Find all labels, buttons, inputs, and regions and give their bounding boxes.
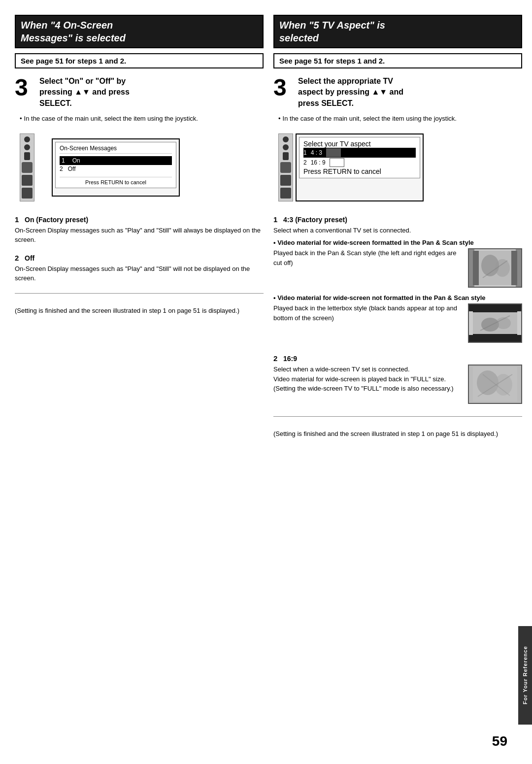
right-screen-inner: Select your TV aspect 1 4 : 3 2 16 : 9 P… xyxy=(299,137,420,178)
svg-rect-7 xyxy=(473,306,517,312)
left-step3-line2: pressing ▲▼ and press xyxy=(39,87,130,98)
svg-point-14 xyxy=(495,374,512,396)
left-page-ref: See page 51 for steps 1 and 2. xyxy=(15,53,264,68)
right-header-banner: When "5 TV Aspect" is selected xyxy=(273,15,522,48)
pan-scan-body: Played back in the Pan & Scan style (the… xyxy=(273,248,458,267)
right-page-ref: See page 51 for steps 1 and 2. xyxy=(273,53,522,68)
left-screen-mockup-area: On-Screen Messages 1 On 2 Off Press RETU… xyxy=(20,133,264,201)
right-step3-line1: Select the appropriate TV xyxy=(298,76,403,87)
right-header-line2: selected xyxy=(279,32,516,44)
left-step3-line1: Select "On" or "Off" by xyxy=(39,76,130,87)
left-menu-item2-label: Off xyxy=(68,166,76,172)
letterbox-bold-text: Video material for wide-screen not forma… xyxy=(277,294,485,301)
device-icon-6 xyxy=(22,188,33,199)
left-column: When "4 On-Screen Messages" is selected … xyxy=(15,15,264,749)
letterbox-body: Played back in the letterbox style (blac… xyxy=(273,303,458,323)
left-screen-mockup: On-Screen Messages 1 On 2 Off Press RETU… xyxy=(52,138,180,197)
right-screen-title: Select your TV aspect xyxy=(303,140,416,148)
right-section2-body2: Video material for wide-screen is played… xyxy=(273,374,458,384)
right-section1-title-text: 4:3 (Factory preset) xyxy=(283,216,347,224)
aspect-box-2 xyxy=(330,158,344,167)
svg-rect-1 xyxy=(473,251,479,285)
letterbox-bullet-dot: • xyxy=(273,294,276,301)
fullscreen-svg xyxy=(473,367,517,401)
letterbox-svg xyxy=(473,306,517,340)
right-section1-num: 1 xyxy=(273,215,277,224)
right-device-icon-3 xyxy=(283,152,289,160)
right-device-icon-2 xyxy=(283,144,289,150)
left-menu-item1: 1 On xyxy=(60,156,172,165)
right-screen-mockup-area: Select your TV aspect 1 4 : 3 2 16 : 9 P… xyxy=(278,133,522,201)
right-device-icon-6 xyxy=(280,188,291,199)
right-menu-item1-num: 1 xyxy=(303,149,307,156)
aspect-box-1 xyxy=(326,148,341,157)
left-menu-item1-label: On xyxy=(70,157,83,165)
right-section1: 1 4:3 (Factory preset) Select when a con… xyxy=(273,215,522,346)
left-section1: 1 On (Factory preset) On-Screen Display … xyxy=(15,215,264,245)
left-menu-item2-num: 2 xyxy=(60,166,63,172)
pan-scan-bullet-dot: • xyxy=(273,239,276,246)
right-step-number: 3 xyxy=(273,76,293,100)
right-step3-line3: press SELECT. xyxy=(298,98,403,109)
left-menu-item1-num: 1 xyxy=(62,157,65,164)
letterbox-thumbnail xyxy=(468,303,522,343)
right-section1-body: Select when a conventional TV set is con… xyxy=(273,226,522,235)
right-screen-mockup: Select your TV aspect 1 4 : 3 2 16 : 9 P… xyxy=(296,133,424,201)
right-menu-item1: 1 4 : 3 xyxy=(303,148,416,158)
left-screen-title: On-Screen Messages xyxy=(60,145,172,154)
left-step-number: 3 xyxy=(15,76,34,100)
right-footer-note: (Setting is finished and the screen illu… xyxy=(273,429,522,439)
left-step3-text: Select "On" or "Off" by pressing ▲▼ and … xyxy=(39,76,130,109)
right-bullet1: In the case of the main unit, select the… xyxy=(278,114,522,124)
left-section1-title: 1 On (Factory preset) xyxy=(15,215,264,224)
page-number: 59 xyxy=(492,733,507,749)
right-letterbox-label: • Video material for wide-screen not for… xyxy=(273,294,522,301)
svg-rect-8 xyxy=(473,334,517,340)
right-header-line1: When "5 TV Aspect" is xyxy=(279,19,516,32)
right-step3-line2: aspect by pressing ▲▼ and xyxy=(298,87,403,98)
left-screen-inner: On-Screen Messages 1 On 2 Off Press RETU… xyxy=(55,142,176,188)
left-header-line1: When "4 On-Screen xyxy=(21,19,258,32)
sidebar-reference: For Your Reference xyxy=(518,626,532,725)
right-column: When "5 TV Aspect" is selected See page … xyxy=(273,15,522,749)
left-section2: 2 Off On-Screen Display messages such as… xyxy=(15,254,264,283)
svg-rect-2 xyxy=(511,251,517,285)
left-section1-body: On-Screen Display messages such as "Play… xyxy=(15,226,264,245)
pan-scan-svg xyxy=(473,251,517,285)
right-section2-body1: Select when a wide-screen TV set is conn… xyxy=(273,365,458,374)
right-device-icon-5 xyxy=(280,175,291,186)
right-pan-scan-label: • Video material for wide-screen formatt… xyxy=(273,239,522,246)
left-header-line2: Messages" is selected xyxy=(21,32,258,44)
left-step3-line3: SELECT. xyxy=(39,98,130,109)
device-icon-2 xyxy=(24,144,30,150)
left-section2-title-text: Off xyxy=(25,254,34,262)
right-section2-num: 2 xyxy=(273,354,277,363)
left-return-note: Press RETURN to cancel xyxy=(60,177,172,185)
pan-scan-content: Played back in the Pan & Scan style (the… xyxy=(273,248,522,290)
right-letterbox-section: • Video material for wide-screen not for… xyxy=(273,294,522,345)
right-pan-scan-section: • Video material for wide-screen formatt… xyxy=(273,239,522,290)
pan-scan-bold-text: Video material for wide-screen formatted… xyxy=(277,239,474,246)
fullscreen-thumbnail xyxy=(468,365,522,404)
left-divider xyxy=(15,293,264,294)
left-section1-num: 1 xyxy=(15,215,19,224)
letterbox-content: Played back in the letterbox style (blac… xyxy=(273,303,522,345)
right-step3-text: Select the appropriate TV aspect by pres… xyxy=(298,76,403,109)
left-section2-num: 2 xyxy=(15,254,19,262)
left-section1-title-text: On (Factory preset) xyxy=(25,216,88,224)
right-section1-title: 1 4:3 (Factory preset) xyxy=(273,215,522,224)
right-device-icon-4 xyxy=(280,162,291,173)
left-footer-note: (Setting is finished and the screen illu… xyxy=(15,306,264,316)
left-bullet1: In the case of the main unit, select the… xyxy=(20,114,264,124)
device-icon-4 xyxy=(22,162,33,173)
right-section2-text: Select when a wide-screen TV set is conn… xyxy=(273,365,458,394)
pan-scan-thumbnail xyxy=(468,248,522,288)
right-section2: 2 16:9 Select when a wide-screen TV set … xyxy=(273,354,522,406)
right-menu-item2: 2 16 : 9 xyxy=(303,158,416,167)
right-section2-title-text: 16:9 xyxy=(283,355,297,363)
right-return-note: Press RETURN to cancel xyxy=(303,167,416,175)
right-section2-title: 2 16:9 xyxy=(273,354,522,363)
device-icon-3 xyxy=(24,152,30,160)
right-step3-heading: 3 Select the appropriate TV aspect by pr… xyxy=(273,76,522,109)
left-section2-title: 2 Off xyxy=(15,254,264,262)
